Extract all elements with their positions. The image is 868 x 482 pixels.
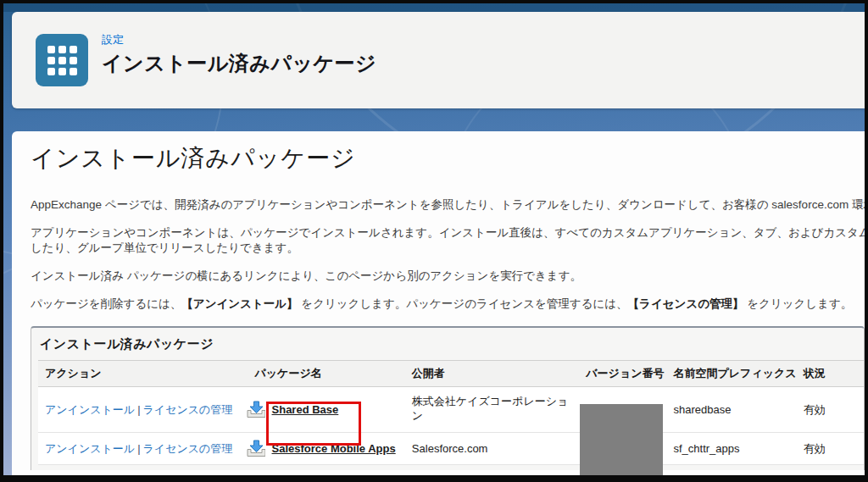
table-row: アンインストール|ライセンスの管理 Shared Base 株式会社ケイズコーポ… bbox=[38, 387, 865, 433]
column-header-status: 状況 bbox=[797, 361, 865, 387]
publisher-cell: 株式会社ケイズコーポレーション bbox=[405, 387, 579, 433]
description-paragraph-1: AppExchange ページでは、開発済みのアプリケーションやコンポーネントを… bbox=[31, 197, 865, 213]
link-separator: | bbox=[135, 403, 142, 416]
page-title: インストール済みパッケージ bbox=[31, 143, 865, 174]
description-paragraph-4: パッケージを削除するには、【アンインストール】 をクリックします。パッケージのラ… bbox=[31, 296, 865, 312]
top-navigation-strip bbox=[3, 3, 865, 12]
namespace-cell: sharedbase bbox=[666, 387, 796, 433]
link-separator: | bbox=[135, 442, 142, 455]
installed-packages-panel: インストール済みパッケージ アクション パッケージ名 公開者 バージョン番号 名… bbox=[31, 326, 865, 470]
uninstall-link[interactable]: アンインストール bbox=[45, 403, 135, 416]
column-header-publisher: 公開者 bbox=[405, 361, 579, 387]
manage-licenses-link[interactable]: ライセンスの管理 bbox=[143, 403, 233, 416]
column-header-namespace: 名前空間プレフィックス bbox=[666, 361, 796, 387]
table-header-row: アクション パッケージ名 公開者 バージョン番号 名前空間プレフィックス 状況 bbox=[38, 361, 865, 387]
screenshot-root: 設定 インストール済みパッケージ インストール済みパッケージ AppExchan… bbox=[0, 0, 868, 482]
panel-title: インストール済みパッケージ bbox=[38, 334, 857, 360]
package-name-link[interactable]: Salesforce Mobile Apps bbox=[272, 442, 396, 455]
status-cell: 有効 bbox=[797, 387, 865, 433]
installed-packages-table: アクション パッケージ名 公開者 バージョン番号 名前空間プレフィックス 状況 … bbox=[38, 360, 865, 465]
column-header-package-name: パッケージ名 bbox=[239, 361, 404, 387]
status-cell: 有効 bbox=[797, 433, 865, 465]
table-row: アンインストール|ライセンスの管理 Salesforce Mobile Apps… bbox=[38, 433, 865, 465]
publisher-cell: Salesforce.com bbox=[405, 433, 579, 465]
grid-icon bbox=[47, 46, 77, 75]
manage-licenses-link[interactable]: ライセンスの管理 bbox=[143, 442, 233, 455]
uninstall-link[interactable]: アンインストール bbox=[45, 442, 135, 455]
app-launcher-icon[interactable] bbox=[36, 34, 88, 86]
description-paragraph-2: アプリケーションやコンポーネントは、パッケージでインストールされます。インストー… bbox=[31, 225, 865, 256]
download-icon[interactable] bbox=[246, 440, 264, 457]
setup-header-card: 設定 インストール済みパッケージ bbox=[12, 12, 865, 108]
page-header-title: インストール済みパッケージ bbox=[102, 50, 376, 77]
namespace-cell: sf_chttr_apps bbox=[666, 433, 796, 465]
breadcrumb-setup[interactable]: 設定 bbox=[102, 32, 376, 47]
version-redaction-box bbox=[580, 404, 663, 476]
package-name-link[interactable]: Shared Base bbox=[272, 403, 339, 416]
column-header-version: バージョン番号 bbox=[579, 361, 666, 387]
description-paragraph-3: インストール済み パッケージの横にあるリンクにより、このページから別のアクション… bbox=[31, 269, 865, 284]
content-card: インストール済みパッケージ AppExchange ページでは、開発済みのアプリ… bbox=[12, 131, 865, 475]
download-icon[interactable] bbox=[246, 401, 264, 418]
column-header-action: アクション bbox=[38, 361, 239, 387]
